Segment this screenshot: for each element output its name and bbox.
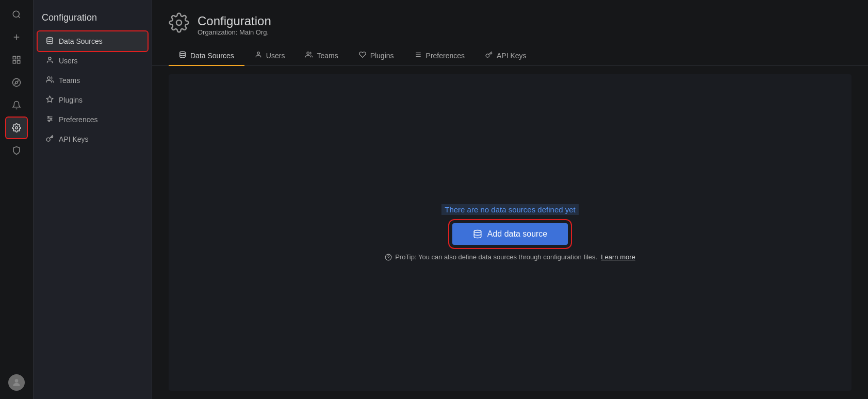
submenu-item-plugins[interactable]: Plugins — [38, 90, 148, 110]
page-title: Configuration — [198, 14, 271, 28]
svg-line-1 — [18, 16, 20, 18]
user-avatar[interactable] — [8, 374, 25, 391]
svg-point-0 — [13, 11, 19, 17]
svg-point-28 — [474, 230, 481, 233]
teams-icon — [46, 76, 54, 85]
narrow-sidebar — [0, 0, 34, 399]
tab-preferences-icon — [415, 51, 422, 60]
submenu-label-users: Users — [59, 57, 78, 65]
tab-api-keys-label: API Keys — [497, 52, 527, 60]
preferences-icon — [46, 115, 54, 124]
config-gear-icon — [169, 12, 189, 38]
search-icon[interactable] — [6, 4, 27, 25]
submenu-item-api-keys[interactable]: API Keys — [38, 129, 148, 149]
svg-rect-7 — [13, 61, 15, 63]
tab-users-label: Users — [266, 52, 285, 60]
shield-icon[interactable] — [6, 140, 27, 161]
tab-plugins[interactable]: Plugins — [349, 46, 404, 66]
svg-point-8 — [13, 79, 21, 87]
svg-rect-4 — [13, 56, 15, 59]
submenu-label-api-keys: API Keys — [59, 135, 89, 143]
tab-user-icon — [255, 51, 262, 60]
explore-icon[interactable] — [6, 72, 27, 93]
submenu-label-data-sources: Data Sources — [59, 37, 103, 45]
alerting-icon[interactable] — [6, 95, 27, 115]
plugins-icon — [46, 95, 54, 105]
svg-point-22 — [180, 52, 186, 54]
svg-point-11 — [15, 379, 19, 383]
tab-api-keys[interactable]: API Keys — [475, 46, 537, 66]
page-header-text: Configuration Organization: Main Org. — [198, 14, 271, 36]
svg-point-10 — [15, 127, 18, 129]
submenu-label-preferences: Preferences — [59, 115, 97, 124]
svg-rect-5 — [18, 56, 20, 59]
tab-plugins-icon — [359, 51, 366, 60]
svg-point-12 — [47, 37, 53, 39]
configuration-icon[interactable] — [6, 118, 27, 138]
tab-preferences[interactable]: Preferences — [404, 46, 475, 66]
submenu-label-teams: Teams — [59, 76, 80, 85]
submenu-item-preferences[interactable]: Preferences — [38, 110, 148, 129]
submenu-item-data-sources[interactable]: Data Sources — [38, 31, 148, 51]
empty-message: There are no data sources defined yet — [441, 204, 579, 215]
api-keys-icon — [46, 135, 54, 144]
svg-marker-9 — [15, 81, 18, 84]
protip-text: ProTip: You can also define data sources… — [395, 253, 635, 261]
tab-api-keys-icon — [485, 51, 493, 60]
add-data-source-button[interactable]: Add data source — [452, 223, 568, 245]
tab-teams-label: Teams — [317, 52, 338, 60]
tab-teams[interactable]: Teams — [295, 46, 348, 66]
submenu-item-users[interactable]: Users — [38, 51, 148, 71]
tab-data-sources[interactable]: Data Sources — [169, 46, 244, 66]
protip-container: ProTip: You can also define data sources… — [385, 253, 635, 261]
svg-point-18 — [48, 117, 50, 118]
page-subtitle: Organization: Main Org. — [198, 28, 271, 36]
svg-point-19 — [51, 118, 52, 120]
tab-teams-icon — [305, 51, 313, 60]
submenu-title: Configuration — [34, 8, 152, 31]
protip-icon — [385, 254, 392, 261]
tab-plugins-label: Plugins — [370, 52, 394, 60]
add-icon[interactable] — [6, 27, 27, 47]
data-sources-icon — [46, 37, 54, 46]
svg-point-21 — [176, 20, 182, 25]
users-icon — [46, 56, 54, 65]
svg-point-14 — [47, 77, 50, 79]
svg-point-24 — [307, 52, 309, 55]
tab-data-sources-label: Data Sources — [190, 52, 234, 60]
page-header: Configuration Organization: Main Org. — [152, 0, 868, 38]
content-area: There are no data sources defined yet Ad… — [169, 74, 851, 391]
tabs-bar: Data Sources Users Teams — [152, 46, 868, 66]
learn-more-link[interactable]: Learn more — [601, 253, 635, 261]
tab-users[interactable]: Users — [244, 46, 296, 66]
svg-rect-6 — [18, 61, 20, 63]
config-submenu: Configuration Data Sources Users — [34, 0, 152, 399]
svg-point-23 — [257, 52, 259, 55]
submenu-label-plugins: Plugins — [59, 96, 83, 104]
main-content: Configuration Organization: Main Org. Da… — [152, 0, 868, 399]
submenu-item-teams[interactable]: Teams — [38, 71, 148, 90]
add-data-source-label: Add data source — [487, 229, 548, 239]
tab-db-icon — [179, 51, 186, 60]
svg-point-20 — [48, 120, 50, 122]
tab-preferences-label: Preferences — [426, 52, 465, 60]
dashboards-icon[interactable] — [6, 49, 27, 70]
svg-point-13 — [48, 57, 51, 60]
